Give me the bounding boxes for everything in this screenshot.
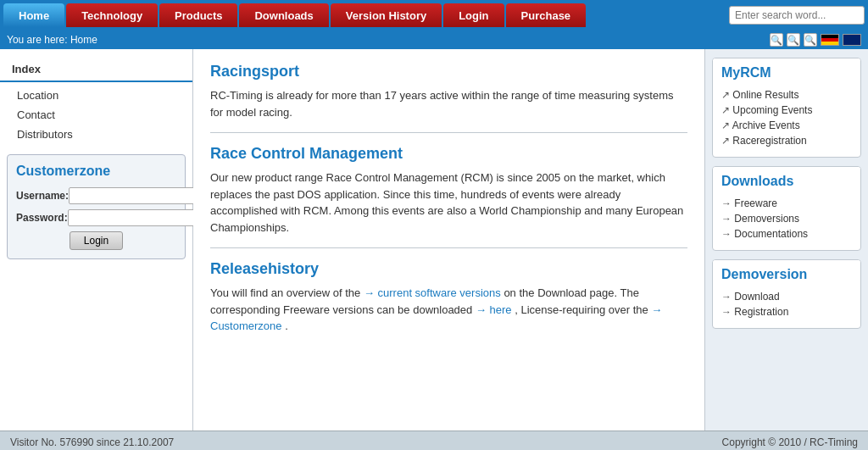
- breadcrumb: You are here: Home 🔍 🔍 🔍: [0, 31, 868, 49]
- downloads-body: Freeware Demoversions Documentations: [713, 192, 860, 250]
- breadcrumb-icons: 🔍 🔍 🔍: [770, 33, 861, 47]
- divider-1: [210, 132, 687, 133]
- myrcm-body: Online Results Upcoming Events Archive E…: [713, 84, 860, 157]
- password-input[interactable]: [68, 209, 203, 226]
- flag-gb-icon[interactable]: [843, 34, 861, 46]
- link-online-results[interactable]: Online Results: [721, 87, 852, 103]
- sidebar-index-label: Index: [0, 58, 192, 82]
- sidebar-item-location[interactable]: Location: [0, 86, 192, 105]
- breadcrumb-text: You are here: Home: [7, 34, 97, 46]
- nav-tab-version-history[interactable]: Version History: [331, 3, 442, 27]
- sidebar-item-contact[interactable]: Contact: [0, 105, 192, 125]
- section-releasehistory-title: Releasehistory: [210, 260, 687, 278]
- link-freeware[interactable]: Freeware: [721, 196, 852, 211]
- nav-bar: Home Technology Products Downloads Versi…: [0, 0, 868, 31]
- password-row: Password:: [16, 209, 176, 226]
- main-content: Racingsport RC-Timing is already for mor…: [193, 49, 705, 431]
- nav-tab-downloads[interactable]: Downloads: [239, 3, 328, 27]
- section-rcm-text: Our new product range Race Control Manag…: [210, 169, 687, 236]
- right-sidebar: MyRCM Online Results Upcoming Events Arc…: [705, 49, 868, 431]
- releasehistory-text-after: , License-requiring over the: [515, 303, 651, 316]
- divider-2: [210, 247, 687, 248]
- demoversion-body: Download Registration: [713, 286, 860, 328]
- link-archive-events[interactable]: Archive Events: [721, 118, 852, 133]
- footer-visitor: Visitor No. 576990 since 21.10.2007: [10, 436, 174, 448]
- nav-tab-home[interactable]: Home: [3, 3, 64, 27]
- username-input[interactable]: [69, 187, 204, 204]
- flag-de-icon[interactable]: [821, 34, 839, 46]
- main-wrapper: Index Location Contact Distributors Cust…: [0, 49, 868, 431]
- nav-tab-technology[interactable]: Technology: [66, 3, 158, 27]
- releasehistory-text-end: .: [285, 319, 288, 332]
- link-documentations[interactable]: Documentations: [721, 226, 852, 242]
- password-label: Password:: [16, 212, 68, 224]
- sidebar-item-distributors[interactable]: Distributors: [0, 125, 192, 144]
- login-button[interactable]: Login: [70, 231, 123, 250]
- myrcm-box: MyRCM Online Results Upcoming Events Arc…: [712, 58, 861, 158]
- myrcm-title: MyRCM: [713, 58, 860, 84]
- link-download[interactable]: Download: [721, 289, 852, 304]
- section-racingsport-title: Racingsport: [210, 63, 687, 81]
- zoom-reset-icon[interactable]: 🔍: [804, 33, 817, 47]
- section-racingsport-text: RC-Timing is already for more than 17 ye…: [210, 87, 687, 120]
- section-rcm-title: Race Control Management: [210, 145, 687, 163]
- link-raceregistration[interactable]: Raceregistration: [721, 133, 852, 148]
- downloads-title: Downloads: [713, 167, 860, 192]
- zoom-in-icon[interactable]: 🔍: [770, 33, 783, 47]
- downloads-box: Downloads Freeware Demoversions Document…: [712, 166, 861, 251]
- username-label: Username:: [16, 190, 69, 202]
- link-demoversions[interactable]: Demoversions: [721, 211, 852, 226]
- nav-tab-purchase[interactable]: Purchase: [506, 3, 587, 27]
- search-input[interactable]: [729, 6, 865, 25]
- zoom-out-icon[interactable]: 🔍: [787, 33, 800, 47]
- link-current-software[interactable]: → current software versions: [364, 286, 501, 299]
- link-upcoming-events[interactable]: Upcoming Events: [721, 103, 852, 118]
- customerzone-title: Customerzone: [16, 164, 176, 179]
- demoversion-box: Demoversion Download Registration: [712, 259, 861, 329]
- sidebar-section-index: Index Location Contact Distributors: [0, 58, 192, 144]
- footer: Visitor No. 576990 since 21.10.2007 Copy…: [0, 431, 868, 450]
- sidebar: Index Location Contact Distributors Cust…: [0, 49, 193, 431]
- customerzone-box: Customerzone Username: Password: Login: [7, 154, 186, 259]
- link-registration[interactable]: Registration: [721, 304, 852, 319]
- demoversion-title: Demoversion: [713, 260, 860, 286]
- releasehistory-text-before: You will find an overview of the: [210, 286, 364, 299]
- link-here[interactable]: → here: [476, 303, 512, 316]
- section-releasehistory-text: You will find an overview of the → curre…: [210, 285, 687, 335]
- nav-tab-products[interactable]: Products: [159, 3, 237, 27]
- footer-copyright: Copyright © 2010 / RC-Timing: [722, 436, 858, 448]
- username-row: Username:: [16, 187, 176, 204]
- nav-tab-login[interactable]: Login: [443, 3, 504, 27]
